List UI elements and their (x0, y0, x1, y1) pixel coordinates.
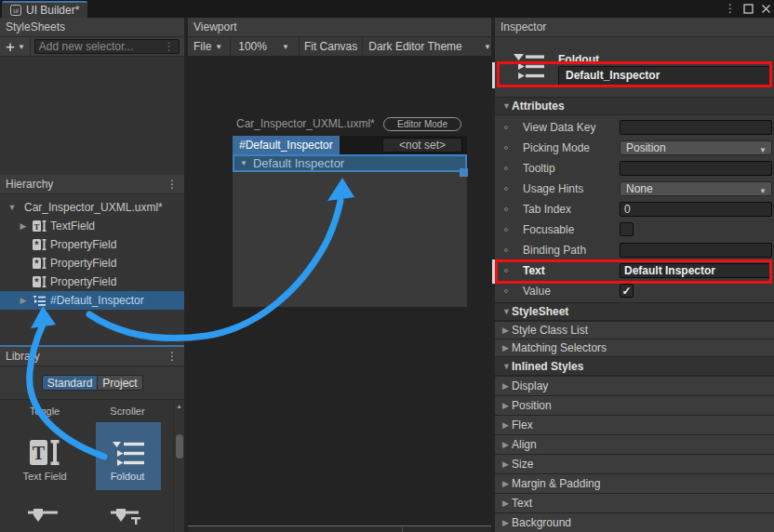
tab-ui-builder[interactable]: ui UI Builder* (2, 1, 87, 18)
value-checkbox[interactable]: ✓ (620, 284, 634, 298)
stylesheets-body (0, 57, 184, 175)
viewport-pane: Viewport File ▼ 100% ▼ Fit Canvas Dark E… (188, 18, 491, 532)
annotation-red-box-name (497, 61, 772, 87)
textfield-large-icon[interactable]: T (29, 438, 60, 471)
canvas-foldout-element[interactable]: ▼ Default Inspector (233, 154, 467, 172)
usage-hints-dropdown[interactable]: None▼ (620, 181, 772, 196)
attributes-section-header[interactable]: ▼Attributes (495, 97, 774, 115)
attribute-row: Focusable (495, 219, 774, 240)
scrollbar-thumb[interactable] (176, 434, 183, 459)
section-align[interactable]: ▶Align (495, 434, 774, 454)
expander-icon[interactable]: ▶ (19, 221, 28, 231)
propertyfield-icon: * (32, 275, 47, 288)
focusable-checkbox[interactable] (620, 222, 634, 236)
scroll-up-icon[interactable]: ▲ (176, 403, 182, 409)
add-selector-input[interactable]: Add new selector... ⋮ (34, 39, 180, 54)
section-style-class-list[interactable]: ▶Style Class List (495, 321, 774, 339)
attribute-dot-icon (504, 248, 508, 252)
override-indicator (492, 62, 495, 88)
attribute-row: Binding Path (495, 240, 774, 260)
fit-canvas-button[interactable]: Fit Canvas (304, 40, 357, 53)
hierarchy-row-textfield[interactable]: ▶TTextField (0, 217, 184, 235)
svg-text:T: T (33, 443, 46, 463)
viewport-toolbar: File ▼ 100% ▼ Fit Canvas Dark Editor The… (188, 37, 491, 57)
library-header: Library⋮ (0, 347, 184, 366)
library-tabbar: Standard Project (0, 366, 184, 400)
file-menu[interactable]: File (194, 40, 211, 53)
attribute-row: Tab Index0 (495, 199, 774, 219)
ui-builder-icon: ui (10, 5, 21, 16)
library-item-textfield-label[interactable]: Text Field (3, 471, 87, 482)
section-display[interactable]: ▶Display (495, 376, 774, 395)
section-text[interactable]: ▶Text (495, 493, 774, 512)
attribute-row: Tooltip (495, 158, 774, 179)
hierarchy-menu-icon[interactable]: ⋮ (167, 175, 178, 193)
tab-standard[interactable]: Standard (42, 375, 98, 391)
attribute-dot-icon (504, 146, 508, 150)
section-margin-padding[interactable]: ▶Margin & Padding (495, 473, 774, 493)
library-item-foldout-label[interactable]: Foldout (86, 471, 169, 482)
attribute-row: Picking ModePosition▼ (495, 138, 774, 158)
hierarchy-row-propertyfield[interactable]: *PropertyField (0, 273, 184, 291)
picking-mode-dropdown[interactable]: Position▼ (620, 140, 772, 155)
close-icon[interactable] (761, 4, 771, 14)
view-data-key-field[interactable] (620, 120, 772, 135)
svg-text:T: T (33, 222, 39, 232)
attribute-row: Usage HintsNone▼ (495, 179, 774, 199)
binding-path-field[interactable] (620, 243, 772, 258)
library-item-icon[interactable] (28, 508, 61, 525)
selection-resize-handle[interactable] (460, 168, 468, 177)
foldout-large-icon[interactable] (112, 440, 147, 472)
canvas-attach-field[interactable]: <not set> (382, 138, 462, 153)
section-matching-selectors[interactable]: ▶Matching Selectors (495, 339, 774, 356)
zoom-dropdown[interactable]: 100% (238, 40, 267, 53)
selector-options-icon[interactable]: ⋮ (164, 40, 175, 53)
canvas-selected-element-label[interactable]: #Default_Inspector (233, 136, 340, 154)
tooltip-field[interactable] (620, 161, 772, 176)
library-item-icon[interactable] (111, 508, 144, 527)
library-body: Toggle Scroller T Text Field Foldout ▲ (0, 400, 184, 532)
window-titlebar: ui UI Builder* ⋮ (0, 0, 774, 18)
section-position[interactable]: ▶Position (495, 395, 774, 415)
viewport-header: Viewport (188, 18, 491, 37)
hierarchy-row-propertyfield[interactable]: *PropertyField (0, 254, 184, 273)
attribute-dot-icon (504, 187, 508, 191)
attribute-dot-icon (504, 166, 508, 170)
inspector-header: Inspector (495, 18, 774, 37)
add-stylesheet-button[interactable]: + (6, 40, 15, 54)
hierarchy-row-propertyfield[interactable]: *PropertyField (0, 235, 184, 254)
editor-mode-badge: Editor Mode (383, 117, 461, 131)
attribute-dot-icon (504, 289, 508, 293)
section-inlined-styles[interactable]: ▼Inlined Styles (495, 356, 774, 376)
tab-index-field[interactable]: 0 (620, 202, 772, 217)
canvas-body (233, 172, 467, 307)
hierarchy-row--default-inspector[interactable]: ▶#Default_Inspector (0, 291, 184, 310)
section-flex[interactable]: ▶Flex (495, 415, 774, 434)
hierarchy-row-car-inspector-uxml-uxml-[interactable]: ▼Car_Inspector_UXML.uxml* (0, 198, 184, 217)
library-item-toggle-label[interactable]: Toggle (3, 406, 87, 417)
add-stylesheet-caret-icon[interactable]: ▼ (18, 43, 25, 51)
add-selector-placeholder: Add new selector... (39, 40, 133, 53)
hierarchy-tree: ▼Car_Inspector_UXML.uxml*▶TTextField*Pro… (0, 194, 184, 345)
override-indicator (492, 259, 495, 284)
maximize-icon[interactable] (743, 4, 754, 14)
attribute-row: Value✓ (495, 281, 774, 301)
library-item-scroller-label[interactable]: Scroller (86, 406, 169, 417)
expander-icon[interactable]: ▼ (7, 203, 17, 212)
canvas-element-header: #Default_Inspector <not set> (233, 136, 467, 154)
svg-text:*: * (34, 239, 39, 250)
tab-project[interactable]: Project (98, 375, 143, 391)
library-menu-icon[interactable]: ⋮ (167, 347, 178, 366)
canvas-foldout-label: Default Inspector (253, 156, 344, 170)
foldout-icon (32, 294, 47, 307)
section-size[interactable]: ▶Size (495, 454, 774, 473)
window-menu-icon[interactable]: ⋮ (725, 2, 736, 15)
viewport-scrollbar-horizontal[interactable] (188, 525, 491, 532)
section-stylesheet[interactable]: ▼StyleSheet (495, 302, 774, 321)
section-background[interactable]: ▶Background (495, 512, 774, 532)
svg-text:*: * (34, 258, 39, 269)
theme-dropdown[interactable]: Dark Editor Theme (368, 40, 461, 53)
svg-text:ui: ui (13, 7, 19, 14)
library-scrollbar[interactable]: ▲ (173, 400, 184, 532)
expander-icon[interactable]: ▶ (19, 296, 28, 305)
